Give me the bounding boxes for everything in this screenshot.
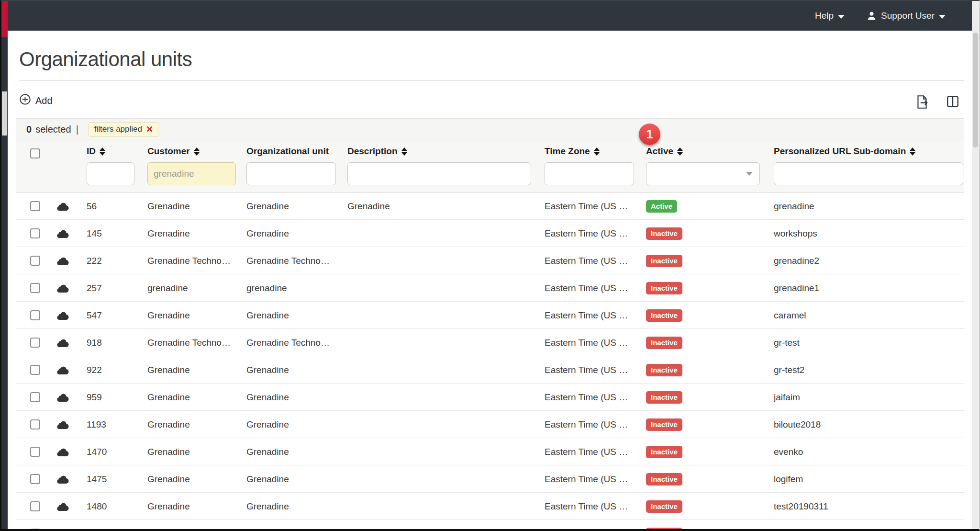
user-menu[interactable]: Support User — [867, 11, 946, 21]
select-caret-icon — [746, 172, 753, 176]
cell-subdomain: grenadine — [774, 192, 965, 220]
cloud-icon[interactable] — [56, 220, 72, 247]
vertical-scrollbar[interactable] — [972, 1, 979, 529]
row-checkbox[interactable] — [30, 338, 40, 348]
row-checkbox[interactable] — [30, 474, 40, 484]
organizational-unit-filter-input[interactable] — [246, 162, 336, 185]
add-button[interactable]: Add — [19, 93, 53, 108]
row-checkbox[interactable] — [30, 228, 40, 238]
table-row[interactable]: 145 Grenadine Grenadine Eastern Time (US… — [16, 220, 964, 247]
column-header-subdomain[interactable]: Personalized URL Sub-domain — [774, 146, 906, 157]
remove-filters-icon[interactable]: ✕ — [146, 125, 153, 134]
cell-id: 1470 — [87, 438, 136, 465]
cell-description — [347, 220, 536, 247]
cloud-icon[interactable] — [56, 520, 72, 531]
table-row[interactable]: 918 Grenadine Techno… Grenadine Techno… … — [16, 329, 964, 356]
active-filter-select[interactable] — [646, 162, 760, 185]
sidebar-scroll-thumb[interactable] — [2, 91, 7, 136]
export-icon[interactable] — [915, 94, 929, 112]
sort-icon[interactable] — [594, 147, 600, 156]
cell-description — [347, 384, 536, 411]
cell-organizational-unit: Grenadine — [246, 493, 343, 520]
column-header-organizational-unit[interactable]: Organizational unit — [246, 146, 329, 157]
cell-subdomain: grenadine1 — [774, 274, 965, 302]
column-header-id[interactable]: ID — [87, 146, 96, 157]
row-checkbox[interactable] — [30, 310, 40, 320]
table-row[interactable]: 1475 Grenadine Grenadine Eastern Time (U… — [16, 465, 964, 493]
select-all-checkbox[interactable] — [30, 148, 40, 158]
cell-time-zone: Eastern Time (US … — [545, 438, 642, 465]
cloud-icon[interactable] — [56, 247, 72, 274]
cloud-icon[interactable] — [56, 493, 72, 520]
column-header-description[interactable]: Description — [347, 146, 398, 157]
id-filter-input[interactable] — [87, 162, 134, 185]
sidebar-brand-accent — [1, 1, 8, 37]
user-icon — [867, 11, 877, 21]
cell-description: Grenadine — [347, 192, 536, 220]
table-row[interactable]: 257 grenadine grenadine Eastern Time (US… — [16, 274, 964, 302]
customer-filter-input[interactable] — [147, 162, 236, 185]
cloud-icon[interactable] — [56, 302, 72, 329]
filters-applied-chip[interactable]: filters applied ✕ — [88, 122, 159, 137]
cell-subdomain: gr-test — [774, 329, 965, 356]
row-checkbox[interactable] — [30, 365, 40, 375]
row-checkbox[interactable] — [30, 256, 40, 266]
table-row[interactable]: 1470 Grenadine Grenadine Eastern Time (U… — [16, 438, 964, 465]
table-row[interactable]: 922 Grenadine Grenadine Eastern Time (US… — [16, 356, 964, 384]
cell-id: 959 — [87, 384, 136, 411]
help-label: Help — [815, 11, 834, 21]
row-checkbox[interactable] — [30, 447, 40, 457]
cloud-icon[interactable] — [56, 438, 72, 465]
cell-time-zone: Eastern Time (US … — [545, 356, 642, 384]
cloud-icon[interactable] — [56, 192, 72, 220]
row-checkbox[interactable] — [30, 392, 40, 402]
table-row[interactable]: 56 Grenadine Grenadine Grenadine Eastern… — [16, 192, 964, 220]
plus-circle-icon — [19, 93, 31, 108]
cell-subdomain: test20190311 — [774, 493, 965, 520]
cell-customer: Grenadine — [147, 465, 243, 493]
cloud-icon[interactable] — [56, 384, 72, 411]
table-row[interactable]: 959 Grenadine Grenadine Eastern Time (US… — [16, 384, 964, 411]
table-header: ID Customer Organizational unit Descript… — [16, 140, 964, 192]
row-checkbox[interactable] — [30, 501, 40, 511]
cloud-icon[interactable] — [56, 274, 72, 302]
subdomain-filter-input[interactable] — [774, 162, 963, 185]
column-header-active[interactable]: Active — [646, 146, 673, 157]
table-row[interactable]: 1480 Grenadine Grenadine Eastern Time (U… — [16, 493, 964, 520]
cell-id: 1602 — [87, 520, 136, 531]
time-zone-filter-input[interactable] — [545, 162, 634, 185]
row-checkbox[interactable] — [30, 419, 40, 429]
cell-subdomain: caramel — [774, 302, 965, 329]
status-badge: Inactive — [646, 309, 682, 322]
row-checkbox[interactable] — [30, 283, 40, 293]
sort-icon[interactable] — [194, 147, 200, 156]
cell-id: 56 — [87, 192, 136, 220]
cell-organizational-unit: Grenadine — [246, 302, 343, 329]
status-badge: Active — [646, 200, 677, 213]
columns-icon[interactable] — [946, 94, 960, 112]
collapsed-sidebar[interactable] — [1, 1, 8, 529]
cell-description — [347, 465, 536, 493]
sort-icon[interactable] — [100, 147, 105, 156]
chevron-down-icon — [838, 15, 845, 19]
column-header-time-zone[interactable]: Time Zone — [545, 146, 590, 157]
row-checkbox[interactable] — [30, 529, 40, 531]
row-checkbox[interactable] — [30, 201, 40, 211]
table-body: 56 Grenadine Grenadine Grenadine Eastern… — [16, 192, 964, 531]
column-header-customer[interactable]: Customer — [147, 146, 190, 157]
table-row[interactable]: 1193 Grenadine Grenadine Eastern Time (U… — [16, 411, 964, 438]
cell-organizational-unit: Grenadine — [246, 220, 343, 247]
cloud-icon[interactable] — [56, 329, 72, 356]
table-row[interactable]: 547 Grenadine Grenadine Eastern Time (US… — [16, 302, 964, 329]
sort-icon[interactable] — [401, 147, 407, 156]
scrollbar-thumb[interactable] — [973, 33, 978, 147]
cloud-icon[interactable] — [56, 411, 72, 438]
cloud-icon[interactable] — [56, 465, 72, 493]
sort-icon[interactable] — [910, 147, 915, 156]
table-row[interactable]: 222 Grenadine Techno… Grenadine Techno… … — [16, 247, 964, 274]
table-row[interactable]: 1602 Grenadine Grenadine Eastern Time (U… — [16, 520, 964, 531]
help-menu[interactable]: Help — [815, 11, 845, 21]
sort-icon[interactable] — [677, 147, 683, 156]
cloud-icon[interactable] — [56, 356, 72, 384]
description-filter-input[interactable] — [347, 162, 531, 185]
